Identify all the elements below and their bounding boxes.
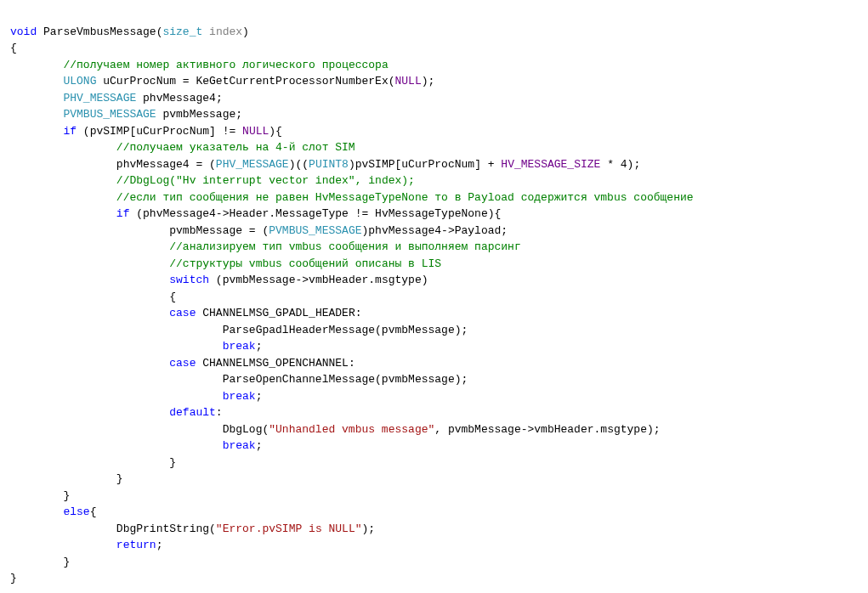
keyword-break1: break [223, 340, 256, 353]
keyword-else: else [63, 505, 89, 518]
keyword-default: default [169, 406, 216, 419]
code: , pvmbMessage->vmbHeader.msgtype); [434, 423, 660, 436]
const-hvsz: HV_MESSAGE_SIZE [501, 158, 600, 171]
const-null1: NULL [395, 75, 422, 88]
comment-1: //получаем номер активного логического п… [63, 59, 388, 71]
code: pvmbMessage = ( [169, 224, 269, 237]
comment-5: //анализируем тип vmbus сообщения и выпо… [169, 240, 520, 253]
keyword-break3: break [223, 439, 256, 452]
keyword-void: void [10, 25, 37, 38]
type-phvmsg: PHV_MESSAGE [63, 92, 136, 104]
code: * 4); [600, 158, 640, 171]
brace: } [116, 472, 123, 485]
keyword-return: return [116, 539, 156, 551]
string-2: "Error.pvSIMP is NULL" [216, 522, 362, 535]
comment-3: //DbgLog("Hv interrupt vector index", in… [116, 174, 415, 187]
code: DbgLog( [223, 423, 269, 436]
code-block: void ParseVmbusMessage(size_t index) { /… [10, 24, 858, 587]
brace-open: { [10, 42, 17, 54]
keyword-if2: if [116, 207, 130, 220]
code: (phvMessage4->Header.MessageType != HvMe… [136, 207, 501, 220]
type-cast3: PVMBUS_MESSAGE [269, 224, 361, 237]
brace: } [169, 456, 176, 469]
code: (pvmbMessage->vmbHeader.msgtype) [216, 274, 428, 286]
code: CHANNELMSG_GPADL_HEADER: [202, 307, 361, 319]
code: ); [422, 75, 435, 88]
code: ); [362, 522, 376, 535]
comment-2: //получаем указатель на 4-й слот SIM [116, 141, 355, 154]
code: pvmbMessage; [162, 108, 242, 121]
type-pvmbus: PVMBUS_MESSAGE [63, 108, 156, 121]
code: ParseGpadlHeaderMessage(pvmbMessage); [223, 324, 468, 336]
type-cast1: PHV_MESSAGE [216, 158, 289, 171]
brace: } [63, 556, 70, 568]
code: phvMessage4 = ( [116, 158, 216, 171]
string-1: "Unhandled vmbus message" [269, 423, 434, 436]
code: phvMessage4; [143, 92, 223, 104]
code: )pvSIMP[uCurProcNum] + [349, 158, 501, 171]
code: DbgPrintString( [116, 522, 216, 535]
code: ){ [269, 125, 282, 138]
brace-close: } [10, 572, 17, 585]
keyword-switch: switch [169, 274, 209, 286]
type-cast2: PUINT8 [309, 158, 349, 171]
brace: { [169, 291, 176, 303]
param-index: index [209, 25, 242, 38]
keyword-case2: case [169, 357, 196, 370]
code: (pvSIMP[uCurProcNum] != [83, 125, 242, 138]
type-size_t: size_t [162, 25, 202, 38]
type-ulong: ULONG [63, 75, 96, 88]
brace: } [63, 489, 70, 502]
keyword-if1: if [63, 125, 77, 138]
keyword-break2: break [223, 390, 256, 403]
code: ParseOpenChannelMessage(pvmbMessage); [223, 373, 468, 386]
const-null2: NULL [242, 125, 269, 138]
code: CHANNELMSG_OPENCHANNEL: [202, 357, 355, 370]
keyword-case1: case [169, 307, 196, 319]
comment-6: //структуры vmbus сообщений описаны в LI… [169, 257, 441, 270]
code: )phvMessage4->Payload; [361, 224, 508, 237]
comment-4: //если тип сообщения не равен HvMessageT… [116, 191, 694, 204]
code: )(( [289, 158, 309, 171]
code: uCurProcNum = KeGetCurrentProcessorNumbe… [103, 75, 394, 88]
func-name: ParseVmbusMessage [43, 25, 156, 38]
brace: { [90, 505, 97, 518]
